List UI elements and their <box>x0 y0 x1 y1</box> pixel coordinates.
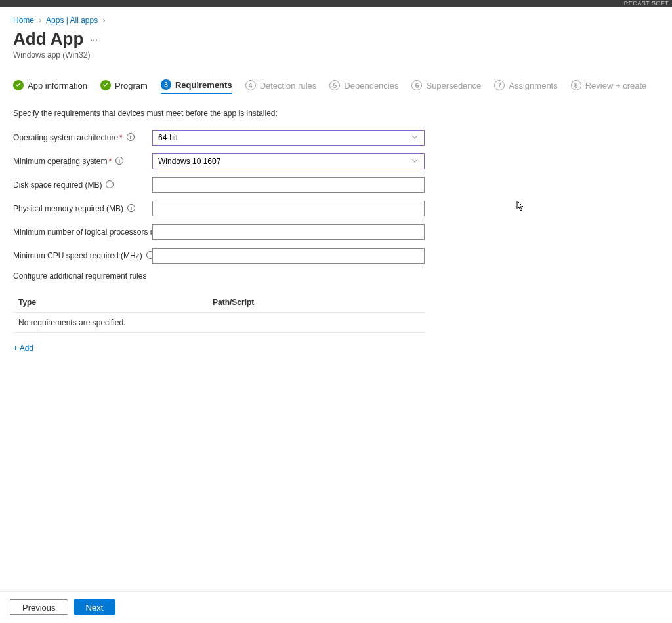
required-indicator: * <box>108 157 112 166</box>
step-number-badge: 6 <box>411 80 422 90</box>
tab-label: Review + create <box>585 81 647 90</box>
info-icon[interactable]: i <box>116 157 123 165</box>
check-icon <box>13 80 24 90</box>
chevron-right-icon: › <box>39 16 41 25</box>
min-os-label: Minimum operating system * i <box>13 153 152 166</box>
step-number-badge: 7 <box>494 80 505 90</box>
tab-label: Requirements <box>175 80 232 90</box>
step-number-badge: 5 <box>329 80 340 90</box>
check-icon <box>100 80 111 90</box>
breadcrumb-apps[interactable]: Apps | All apps <box>46 16 98 25</box>
tab-label: Supersedence <box>426 81 481 90</box>
step-number-badge: 8 <box>571 80 581 90</box>
min-os-select[interactable]: Windows 10 1607 <box>152 153 425 169</box>
column-header-type[interactable]: Type <box>18 298 213 307</box>
tab-dependencies[interactable]: 5 Dependencies <box>329 79 398 94</box>
info-icon[interactable]: i <box>127 133 135 141</box>
physical-memory-label: Physical memory required (MB) i <box>13 201 152 213</box>
min-cpu-input[interactable] <box>152 248 425 264</box>
min-processors-label: Minimum number of logical processors req… <box>13 224 152 237</box>
os-architecture-select[interactable]: 64-bit <box>152 130 425 146</box>
wizard-tabs: App information Program 3 Requirements 4… <box>13 79 659 100</box>
tab-review-create[interactable]: 8 Review + create <box>571 79 647 94</box>
top-bar <box>0 0 672 7</box>
required-indicator: * <box>119 133 123 142</box>
physical-memory-input[interactable] <box>152 201 425 216</box>
chevron-down-icon <box>411 133 419 143</box>
info-icon[interactable]: i <box>106 180 114 188</box>
select-value: Windows 10 1607 <box>158 157 220 166</box>
more-icon[interactable]: ··· <box>90 34 98 45</box>
tab-assignments[interactable]: 7 Assignments <box>494 79 557 94</box>
page-subtitle: Windows app (Win32) <box>13 50 659 60</box>
disk-space-input[interactable] <box>152 177 425 193</box>
next-button[interactable]: Next <box>74 599 116 615</box>
previous-button[interactable]: Previous <box>10 599 68 615</box>
chevron-down-icon <box>411 157 419 167</box>
chevron-right-icon: › <box>103 16 106 25</box>
breadcrumb: Home › Apps | All apps › <box>13 16 659 25</box>
tab-label: Detection rules <box>260 81 317 90</box>
tab-app-information[interactable]: App information <box>13 79 87 94</box>
tab-detection-rules[interactable]: 4 Detection rules <box>245 79 317 94</box>
page-title: Add App <box>13 29 83 49</box>
tab-program[interactable]: Program <box>100 79 148 94</box>
tab-label: Assignments <box>509 81 557 90</box>
tab-label: Dependencies <box>344 81 398 90</box>
help-text: Specify the requirements that devices mu… <box>13 109 659 118</box>
min-cpu-label: Minimum CPU speed required (MHz) i <box>13 248 152 260</box>
tab-label: App information <box>28 81 87 90</box>
disk-space-label: Disk space required (MB) i <box>13 177 152 190</box>
column-header-path[interactable]: Path/Script <box>213 298 420 307</box>
tab-supersedence[interactable]: 6 Supersedence <box>411 79 481 94</box>
min-processors-input[interactable] <box>152 224 425 240</box>
info-icon[interactable]: i <box>127 204 135 212</box>
os-architecture-label: Operating system architecture * i <box>13 130 152 142</box>
tab-label: Program <box>115 81 148 90</box>
additional-rules-heading: Configure additional requirement rules <box>13 271 659 281</box>
select-value: 64-bit <box>158 133 178 142</box>
breadcrumb-home[interactable]: Home <box>13 16 34 25</box>
step-number-badge: 3 <box>161 79 171 90</box>
step-number-badge: 4 <box>245 80 256 90</box>
tab-requirements[interactable]: 3 Requirements <box>161 79 232 94</box>
rules-empty-message: No requirements are specified. <box>13 313 425 333</box>
watermark-text: RECAST SOFT <box>624 0 669 7</box>
add-rule-link[interactable]: + Add <box>13 344 33 353</box>
footer-separator <box>0 591 672 592</box>
rules-table: Type Path/Script No requirements are spe… <box>13 292 425 333</box>
